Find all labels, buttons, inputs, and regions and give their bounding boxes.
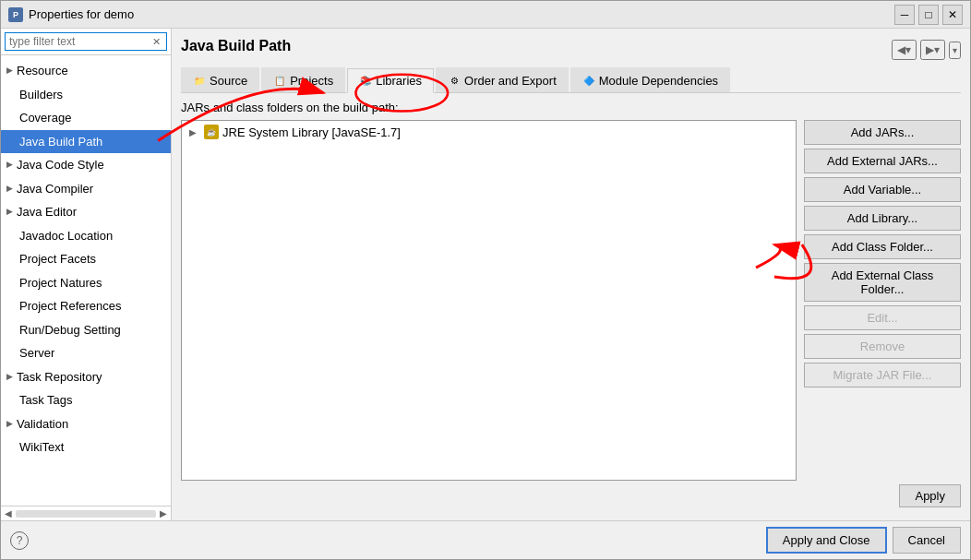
sidebar-item-label: Resource xyxy=(17,62,68,80)
arrow-icon: ▶ xyxy=(6,371,13,384)
add-class-folder-button[interactable]: Add Class Folder... xyxy=(804,234,961,259)
sidebar-item-resource[interactable]: ▶ Resource xyxy=(1,59,171,83)
sidebar-item-label: Java Build Path xyxy=(19,133,102,151)
add-external-class-folder-button[interactable]: Add External Class Folder... xyxy=(804,263,961,302)
apply-scroll-area: Apply xyxy=(181,481,961,511)
dialog-title: Properties for demo xyxy=(29,7,134,21)
dialog-icon: P xyxy=(8,7,23,22)
filter-input[interactable] xyxy=(9,35,150,48)
add-external-jars-button[interactable]: Add External JARs... xyxy=(804,149,961,173)
sidebar-item-validation[interactable]: ▶ Validation xyxy=(1,412,171,436)
sidebar-item-label: Task Repository xyxy=(17,368,102,387)
tab-source[interactable]: 📁 Source xyxy=(181,67,259,92)
sidebar-item-run-debug[interactable]: Run/Debug Setting xyxy=(1,318,171,342)
nav-forward-button[interactable]: ▶▾ xyxy=(920,40,945,60)
build-content: ▶ ☕ JRE System Library [JavaSE-1.7] Add … xyxy=(181,120,961,481)
bottom-left: ? xyxy=(10,531,29,550)
arrow-icon: ▶ xyxy=(6,65,13,77)
libraries-tab-icon: 📚 xyxy=(359,75,372,88)
sidebar-item-label: Java Editor xyxy=(17,203,77,221)
sidebar-item-label: Java Code Style xyxy=(17,156,104,174)
nav-back-button[interactable]: ◀▾ xyxy=(892,40,917,60)
sidebar-item-label: Coverage xyxy=(19,109,71,127)
properties-dialog: P Properties for demo ─ □ ✕ ✕ ▶ Resource xyxy=(0,0,971,560)
bottom-bar: ? Apply and Close Cancel xyxy=(1,520,970,559)
add-library-button[interactable]: Add Library... xyxy=(804,206,961,231)
apply-button[interactable]: Apply xyxy=(899,484,961,507)
migrate-jar-button[interactable]: Migrate JAR File... xyxy=(804,363,961,387)
tab-module-dependencies[interactable]: 🔷 Module Dependencies xyxy=(570,67,730,92)
tab-projects-label: Projects xyxy=(290,74,333,88)
arrow-icon: ▶ xyxy=(6,183,13,196)
sidebar-item-label: Server xyxy=(19,344,54,363)
projects-tab-icon: 📋 xyxy=(273,74,286,87)
filter-clear-button[interactable]: ✕ xyxy=(150,36,162,48)
minimize-button[interactable]: ─ xyxy=(894,5,915,25)
nav-list: ▶ Resource Builders Coverage Java Build … xyxy=(1,55,171,506)
sidebar-item-java-editor[interactable]: ▶ Java Editor xyxy=(1,200,171,224)
tab-module-label: Module Dependencies xyxy=(599,74,718,88)
sidebar-item-project-references[interactable]: Project References xyxy=(1,294,171,318)
bottom-right: Apply and Close Cancel xyxy=(766,527,961,554)
tab-libraries[interactable]: 📚 Libraries xyxy=(347,68,434,93)
tab-order-export[interactable]: ⚙ Order and Export xyxy=(436,67,569,92)
content-description: JARs and class folders on the build path… xyxy=(181,101,961,114)
left-panel: ▶ ☕ JRE System Library [JavaSE-1.7] xyxy=(181,120,797,481)
sidebar-item-java-compiler[interactable]: ▶ Java Compiler xyxy=(1,177,171,201)
sidebar-item-label: Project Natures xyxy=(19,274,102,292)
maximize-button[interactable]: □ xyxy=(918,5,939,25)
edit-button[interactable]: Edit... xyxy=(804,305,961,330)
close-button[interactable]: ✕ xyxy=(942,5,963,25)
sidebar-item-label: Task Tags xyxy=(19,391,73,410)
remove-button[interactable]: Remove xyxy=(804,334,961,359)
sidebar-scrollbar[interactable]: ◀ ▶ xyxy=(1,506,171,520)
sidebar-item-project-facets[interactable]: Project Facets xyxy=(1,247,171,271)
tab-order-label: Order and Export xyxy=(464,74,557,88)
add-jars-button[interactable]: Add JARs... xyxy=(804,120,961,145)
sidebar-item-coverage[interactable]: Coverage xyxy=(1,106,171,130)
arrow-icon: ▶ xyxy=(6,418,13,431)
sidebar-item-builders[interactable]: Builders xyxy=(1,83,171,107)
sidebar-item-label: Javadoc Location xyxy=(19,227,113,245)
source-tab-icon: 📁 xyxy=(193,74,206,87)
panel-title: Java Build Path xyxy=(181,38,291,54)
sidebar-item-label: Project References xyxy=(19,297,122,316)
sidebar-item-task-tags[interactable]: Task Tags xyxy=(1,388,171,412)
jre-label: JRE System Library [JavaSE-1.7] xyxy=(222,125,401,139)
tabs-bar: 📁 Source 📋 Projects 📚 Libraries ⚙ Order … xyxy=(181,67,961,93)
sidebar-item-label: Project Facets xyxy=(19,250,96,268)
scroll-left-icon[interactable]: ◀ xyxy=(5,508,12,518)
jre-icon: ☕ xyxy=(204,125,219,139)
sidebar-item-task-repository[interactable]: ▶ Task Repository xyxy=(1,365,171,389)
title-bar: P Properties for demo ─ □ ✕ xyxy=(1,1,970,29)
sidebar-item-label: Run/Debug Setting xyxy=(19,321,121,340)
tree-area[interactable]: ▶ ☕ JRE System Library [JavaSE-1.7] xyxy=(181,120,797,481)
tree-expand-icon: ▶ xyxy=(189,127,200,137)
sidebar-item-java-build-path[interactable]: Java Build Path xyxy=(1,130,171,154)
sidebar-item-wikitext[interactable]: WikiText xyxy=(1,435,171,459)
filter-box: ✕ xyxy=(1,29,171,55)
filter-input-wrap[interactable]: ✕ xyxy=(5,32,167,51)
apply-and-close-button[interactable]: Apply and Close xyxy=(766,527,887,554)
arrow-icon: ▶ xyxy=(6,159,13,172)
title-bar-left: P Properties for demo xyxy=(8,7,134,22)
sidebar-item-server[interactable]: Server xyxy=(1,341,171,365)
sidebar-item-label: Builders xyxy=(19,86,63,104)
sidebar-item-project-natures[interactable]: Project Natures xyxy=(1,271,171,295)
nav-menu-button[interactable]: ▾ xyxy=(949,42,961,59)
tab-projects[interactable]: 📋 Projects xyxy=(261,67,345,92)
scroll-right-icon[interactable]: ▶ xyxy=(160,508,167,518)
sidebar: ✕ ▶ Resource Builders Coverage Java Buil… xyxy=(1,29,172,520)
scroll-track[interactable] xyxy=(16,510,156,518)
sidebar-item-label: Java Compiler xyxy=(17,180,93,198)
sidebar-item-java-code-style[interactable]: ▶ Java Code Style xyxy=(1,153,171,177)
tree-item-jre[interactable]: ▶ ☕ JRE System Library [JavaSE-1.7] xyxy=(182,121,796,143)
help-button[interactable]: ? xyxy=(10,531,29,550)
cancel-button[interactable]: Cancel xyxy=(893,527,961,554)
sidebar-item-javadoc-location[interactable]: Javadoc Location xyxy=(1,224,171,248)
add-variable-button[interactable]: Add Variable... xyxy=(804,177,961,202)
arrow-icon: ▶ xyxy=(6,206,13,219)
content-area: ✕ ▶ Resource Builders Coverage Java Buil… xyxy=(1,29,970,520)
tab-source-label: Source xyxy=(210,74,247,88)
sidebar-item-label: Validation xyxy=(17,415,68,434)
